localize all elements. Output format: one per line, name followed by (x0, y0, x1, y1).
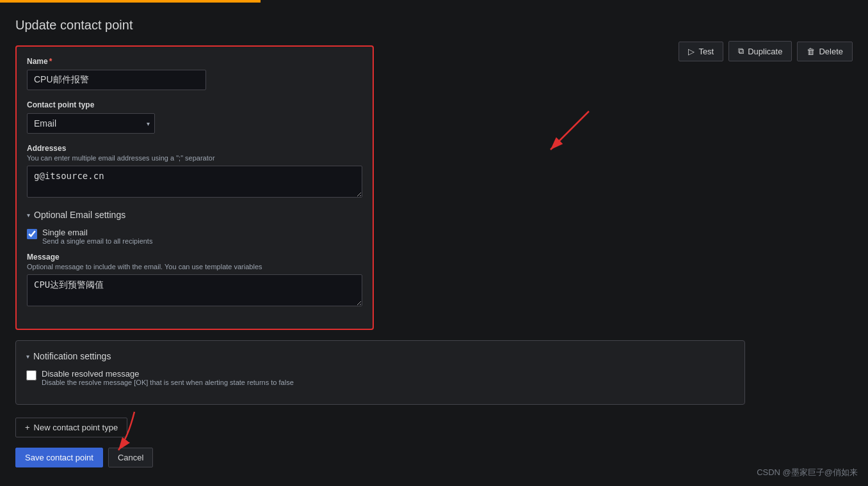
bottom-actions: + New contact point type Save contact po… (15, 418, 853, 467)
page-title: Update contact point (15, 18, 853, 33)
contact-point-type-select[interactable]: Email Slack PagerDuty Webhook (27, 113, 155, 134)
watermark: CSDN @墨家巨子@俏如来 (757, 467, 858, 478)
disable-resolved-hint: Disable the resolve message [OK] that is… (42, 379, 294, 386)
test-label: Test (698, 47, 714, 56)
save-label: Save contact point (25, 453, 93, 462)
new-contact-point-label: New contact point type (34, 423, 118, 432)
contact-point-type-group: Contact point type Email Slack PagerDuty… (27, 100, 362, 134)
delete-button[interactable]: 🗑 Delete (797, 42, 853, 61)
single-email-label-group: Single email Send a single email to all … (42, 228, 152, 245)
addresses-hint: You can enter multiple email addresses u… (27, 154, 362, 162)
single-email-checkbox[interactable] (27, 229, 37, 239)
name-input[interactable] (27, 70, 206, 90)
single-email-row: Single email Send a single email to all … (27, 228, 362, 245)
plus-icon: + (25, 423, 30, 432)
message-label: Message (27, 253, 362, 262)
duplicate-icon: ⧉ (738, 46, 744, 56)
disable-resolved-row: Disable resolved message Disable the res… (26, 369, 734, 386)
new-contact-point-button[interactable]: + New contact point type (15, 418, 127, 437)
optional-email-settings-section: ▾ Optional Email settings Single email S… (27, 210, 362, 308)
message-hint: Optional message to include with the ema… (27, 263, 362, 270)
message-section: Message Optional message to include with… (27, 253, 362, 308)
delete-icon: 🗑 (807, 47, 815, 56)
action-buttons: ▷ Test ⧉ Duplicate 🗑 Delete (679, 41, 853, 61)
single-email-hint: Send a single email to all recipients (42, 237, 152, 245)
notification-settings-card: ▾ Notification settings Disable resolved… (15, 340, 745, 405)
notification-chevron-icon: ▾ (26, 353, 29, 360)
save-contact-point-button[interactable]: Save contact point (15, 448, 103, 467)
optional-email-settings-toggle[interactable]: ▾ Optional Email settings (27, 210, 362, 220)
duplicate-label: Duplicate (748, 47, 782, 56)
cancel-button[interactable]: Cancel (108, 448, 153, 467)
optional-email-settings-label: Optional Email settings (34, 210, 125, 220)
message-input[interactable]: CPU达到预警阈值 (27, 274, 362, 306)
notification-settings-toggle[interactable]: ▾ Notification settings (26, 351, 734, 361)
contact-point-card: Name* Contact point type Email Slack Pag… (15, 45, 374, 330)
contact-point-type-wrapper: Email Slack PagerDuty Webhook ▾ (27, 113, 155, 134)
delete-label: Delete (819, 47, 843, 56)
chevron-icon: ▾ (27, 212, 30, 219)
test-button[interactable]: ▷ Test (679, 42, 723, 61)
disable-resolved-checkbox[interactable] (26, 370, 36, 380)
addresses-section: Addresses You can enter multiple email a… (27, 144, 362, 200)
duplicate-button[interactable]: ⧉ Duplicate (728, 41, 792, 61)
arrow-annotation-1 (538, 105, 615, 156)
cancel-label: Cancel (118, 453, 143, 462)
name-field-group: Name* (27, 57, 362, 90)
disable-resolved-label-group: Disable resolved message Disable the res… (42, 369, 294, 386)
addresses-input[interactable]: <span class="blurred-email"></span>g@its… (27, 166, 362, 198)
test-icon: ▷ (688, 47, 695, 56)
save-cancel-row: Save contact point Cancel (15, 448, 853, 467)
name-label: Name* (27, 57, 362, 66)
notification-settings-label: Notification settings (33, 351, 111, 361)
disable-resolved-label: Disable resolved message (42, 369, 294, 379)
addresses-label: Addresses (27, 144, 362, 153)
single-email-label: Single email (42, 228, 152, 237)
contact-point-type-label: Contact point type (27, 100, 362, 109)
